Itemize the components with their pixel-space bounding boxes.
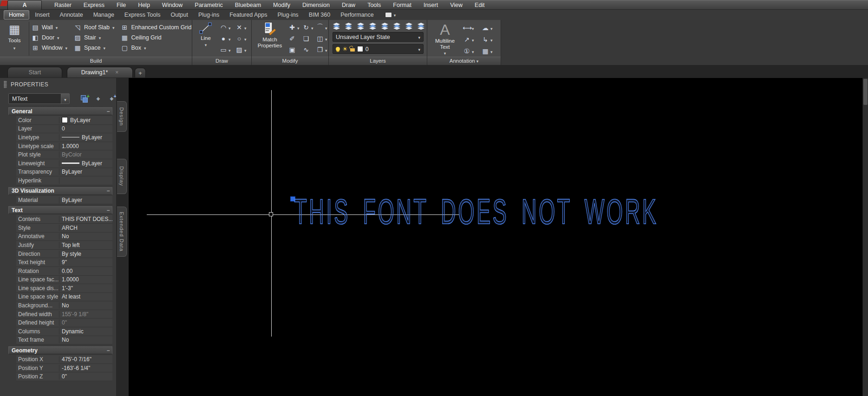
layer-off-icon[interactable]	[345, 23, 352, 30]
panel-label-annotation[interactable]: Annotation	[427, 57, 501, 65]
ribbon-tab-performance[interactable]: Performance	[336, 11, 379, 19]
property-value-plot-style[interactable]: ByColor	[59, 151, 112, 158]
property-value-background[interactable]: No	[59, 302, 112, 309]
edit-polyline-button[interactable]: ∿	[302, 44, 316, 55]
make-current-icon[interactable]	[357, 23, 365, 30]
multileader-button[interactable]: ↗	[463, 33, 481, 45]
layer-unlock-icon[interactable]	[350, 48, 355, 52]
panel-label-modify[interactable]: Modify	[252, 57, 328, 65]
match-properties-button[interactable]: Match Properties	[255, 22, 284, 56]
panel-label-build[interactable]: Build	[0, 57, 192, 65]
property-value-layer[interactable]: 0	[59, 125, 112, 132]
collapse-icon[interactable]: −	[104, 347, 112, 354]
window-button[interactable]: ⊞Window	[32, 43, 67, 53]
table-button[interactable]: ▦	[481, 45, 500, 57]
property-value-position-y[interactable]: -163'-6 1/4"	[59, 365, 112, 371]
layer-previous-icon[interactable]	[405, 23, 413, 30]
doc-tab-start[interactable]: Start	[7, 67, 62, 78]
ribbon-tab-plug-ins[interactable]: Plug-ins	[194, 11, 224, 19]
doc-tab-drawing1[interactable]: Drawing1*	[67, 67, 133, 78]
layer-properties-icon[interactable]	[333, 23, 340, 30]
palette-grip-icon[interactable]	[4, 81, 7, 88]
select-objects-icon[interactable]: ⌖+	[107, 94, 117, 104]
ribbon-tab-plug-ins[interactable]: Plug-ins	[273, 11, 303, 19]
hatch-button[interactable]: ▨	[235, 44, 251, 55]
door-button[interactable]: ◧Door	[32, 32, 67, 43]
menu-item-file[interactable]: File	[111, 0, 132, 10]
property-value-position-z[interactable]: 0"	[59, 373, 112, 380]
property-value-justify[interactable]: Top left	[59, 242, 112, 248]
menu-item-window[interactable]: Window	[156, 0, 189, 10]
property-value-defined-height[interactable]: 0"	[59, 319, 112, 326]
ceiling-grid-button[interactable]: ▦Ceiling Grid	[121, 32, 196, 43]
menu-item-draw[interactable]: Draw	[336, 0, 361, 10]
ribbon-tab-insert[interactable]: Insert	[30, 11, 54, 19]
menu-item-express[interactable]: Express	[78, 0, 111, 10]
copy-button[interactable]: ❏	[302, 33, 316, 44]
property-value-transparency[interactable]: ByLayer	[59, 169, 112, 175]
collapse-icon[interactable]: −	[104, 188, 112, 194]
panel-label-layers[interactable]: Layers	[329, 57, 427, 65]
layer-freeze-icon[interactable]	[369, 23, 377, 30]
toggle-pickadd-icon[interactable]: ⌖	[93, 94, 103, 104]
property-value-direction[interactable]: By style	[59, 251, 112, 257]
property-value-linetype-scale[interactable]: 1.0000	[59, 143, 112, 149]
stair-button[interactable]: ▨Stair	[74, 32, 114, 43]
tools-button[interactable]: ▦ Tools	[3, 22, 26, 57]
circle-button[interactable]: ●	[219, 33, 235, 44]
menu-item-view[interactable]: View	[444, 0, 469, 10]
property-value-style[interactable]: ARCH	[59, 225, 112, 231]
bubble-callout-button[interactable]: ①	[463, 45, 481, 57]
property-value-line-space-fac[interactable]: 1.0000	[59, 276, 112, 283]
erase-button[interactable]: ✐	[288, 33, 302, 44]
layer-color-swatch[interactable]	[357, 46, 363, 52]
property-value-color[interactable]: ByLayer	[59, 117, 112, 123]
mirror-button[interactable]: ◫	[316, 33, 330, 44]
drawing-canvas[interactable]: THIS FONT DOES NOT WORK	[129, 78, 862, 396]
canvas-scrollbar[interactable]	[862, 78, 868, 396]
current-layer-combo[interactable]: 0	[333, 44, 424, 54]
property-value-rotation[interactable]: 0.00	[59, 268, 112, 274]
property-value-position-x[interactable]: 475'-0 7/16"	[59, 356, 112, 363]
layer-states-icon[interactable]	[417, 23, 425, 30]
box-button[interactable]: ▢Box	[121, 43, 196, 53]
rectangle-button[interactable]: ▭	[219, 44, 235, 55]
property-value-line-space-dis[interactable]: 1'-3"	[59, 285, 112, 292]
quick-select-icon[interactable]: +	[80, 94, 90, 104]
ribbon-tab-manage[interactable]: Manage	[89, 11, 119, 19]
ribbon-tab-annotate[interactable]: Annotate	[55, 11, 88, 19]
menu-item-parametric[interactable]: Parametric	[189, 0, 228, 10]
menu-item-insert[interactable]: Insert	[418, 0, 444, 10]
rotate-button[interactable]: ↻	[302, 22, 316, 33]
scrollbar-thumb[interactable]	[863, 79, 868, 105]
property-value-linetype[interactable]: ByLayer	[59, 134, 112, 141]
ribbon-tab-bim-360[interactable]: BIM 360	[304, 11, 335, 19]
property-value-text-frame[interactable]: No	[59, 337, 112, 343]
property-value-text-height[interactable]: 9"	[59, 259, 112, 266]
property-value-annotative[interactable]: No	[59, 233, 112, 240]
menu-item-edit[interactable]: Edit	[469, 0, 491, 10]
collapse-icon[interactable]: −	[104, 108, 112, 115]
menu-item-bluebeam[interactable]: Bluebeam	[229, 0, 267, 10]
layer-match-icon[interactable]	[393, 23, 401, 30]
property-value-defined-width[interactable]: 155'-9 1/8"	[59, 311, 112, 318]
side-tab-extended-data[interactable]: Extended Data	[117, 207, 127, 257]
menu-item-tools[interactable]: Tools	[361, 0, 387, 10]
dimension-button[interactable]: ⟷	[463, 22, 481, 33]
mtext-object[interactable]: THIS FONT DOES NOT WORK	[294, 198, 658, 226]
layer-isolate-icon[interactable]	[381, 23, 389, 30]
multiline-text-button[interactable]: A Multiline Text	[430, 21, 460, 58]
property-value-lineweight[interactable]: ByLayer	[59, 160, 112, 167]
panel-label-draw[interactable]: Draw	[192, 57, 251, 65]
section-header-general[interactable]: General−	[8, 107, 112, 115]
side-tab-display[interactable]: Display	[117, 159, 127, 194]
ellipse-button[interactable]: ○	[235, 33, 251, 44]
menu-item-help[interactable]: Help	[132, 0, 156, 10]
menu-item-raster[interactable]: Raster	[48, 0, 78, 10]
ribbon-tab-featured-apps[interactable]: Featured Apps	[225, 11, 272, 19]
property-value-columns[interactable]: Dynamic	[59, 328, 112, 335]
object-type-dropdown-button[interactable]	[61, 94, 69, 104]
property-value-contents[interactable]: THIS FONT DOES...	[59, 216, 112, 222]
arc-button[interactable]: ◠	[219, 22, 235, 33]
line-button[interactable]: Line	[195, 22, 216, 56]
